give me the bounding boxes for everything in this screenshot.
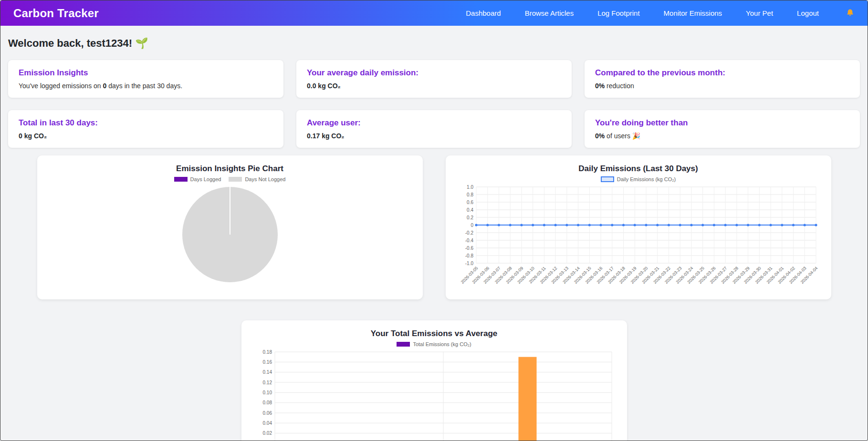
stat-card-title: Your average daily emission: (307, 68, 561, 78)
nav-log-footprint[interactable]: Log Footprint (597, 9, 639, 17)
svg-text:-0.8: -0.8 (465, 253, 473, 258)
svg-text:0.02: 0.02 (262, 431, 272, 436)
stat-text-suffix: of users 🎉 (605, 132, 640, 140)
notification-bell-icon[interactable] (846, 9, 855, 18)
brand-logo[interactable]: Carbon Tracker (13, 7, 99, 20)
stat-card-body: You've logged emissions on 0 days in the… (19, 82, 273, 90)
nav-browse-articles[interactable]: Browse Articles (525, 9, 574, 17)
pie-chart-legend: Days Logged Days Not Logged (49, 176, 411, 182)
stat-card-title: Average user: (307, 118, 561, 128)
svg-text:0: 0 (471, 223, 473, 228)
legend-swatch-total-emissions (397, 342, 410, 347)
bar-chart-legend: Total Emissions (kg CO₂) (253, 341, 616, 347)
legend-item-days-logged[interactable]: Days Logged (174, 176, 221, 182)
stat-card-title: You're doing better than (595, 118, 849, 128)
stat-text-suffix: reduction (605, 82, 634, 90)
svg-text:0.18: 0.18 (262, 349, 272, 355)
legend-swatch-days-not-logged (229, 177, 242, 182)
stat-value: 0.17 kg CO₂ (307, 132, 345, 140)
bar-chart-title: Your Total Emissions vs Average (253, 329, 616, 338)
welcome-heading: Welcome back, test1234! 🌱 (8, 37, 860, 50)
svg-text:1.0: 1.0 (467, 185, 473, 190)
legend-swatch-daily-emissions (601, 176, 614, 182)
svg-text:0.16: 0.16 (262, 359, 272, 365)
nav-dashboard[interactable]: Dashboard (466, 9, 501, 17)
line-chart-legend: Daily Emissions (kg CO₂) (457, 176, 820, 182)
stat-card-body: 0% reduction (595, 82, 849, 90)
svg-text:0.10: 0.10 (262, 390, 272, 395)
line-chart-canvas: 1.00.80.60.40.20-0.2-0.4-0.6-0.8-1.02026… (457, 184, 820, 288)
svg-text:0.12: 0.12 (262, 380, 272, 385)
svg-text:-0.4: -0.4 (465, 238, 473, 243)
bar-chart-canvas: 0.180.160.140.120.100.080.060.040.020 (253, 349, 616, 441)
svg-text:0.08: 0.08 (262, 400, 272, 405)
legend-label: Days Not Logged (245, 176, 285, 182)
stat-card-average-user: Average user: 0.17 kg CO₂ (296, 110, 572, 148)
bar-chart-card: Your Total Emissions vs Average Total Em… (241, 320, 627, 441)
legend-item-total-emissions[interactable]: Total Emissions (kg CO₂) (397, 341, 471, 347)
svg-text:0.06: 0.06 (262, 410, 272, 416)
stat-card-body: 0% of users 🎉 (595, 132, 849, 140)
nav-logout[interactable]: Logout (797, 9, 819, 17)
stat-card-title: Compared to the previous month: (595, 68, 849, 78)
stat-card-average-daily-emission: Your average daily emission: 0.0 kg CO₂ (296, 60, 572, 98)
svg-text:-0.2: -0.2 (465, 230, 473, 236)
stat-card-body: 0.17 kg CO₂ (307, 132, 561, 140)
stat-card-doing-better-than: You're doing better than 0% of users 🎉 (585, 110, 860, 148)
stat-card-title: Total in last 30 days: (19, 118, 273, 128)
pie-chart-card: Emission Insights Pie Chart Days Logged … (37, 155, 423, 299)
svg-text:0.14: 0.14 (262, 369, 272, 375)
nav-your-pet[interactable]: Your Pet (746, 9, 773, 17)
svg-text:-1.0: -1.0 (465, 261, 473, 266)
legend-label: Days Logged (190, 176, 221, 182)
stat-value: 0 kg CO₂ (19, 132, 47, 140)
stat-value: 0% (595, 82, 605, 90)
nav-links: Dashboard Browse Articles Log Footprint … (466, 9, 855, 18)
line-chart-title: Daily Emissions (Last 30 Days) (457, 164, 820, 174)
nav-monitor-emissions[interactable]: Monitor Emissions (664, 9, 722, 17)
stat-card-body: 0 kg CO₂ (19, 132, 273, 140)
bottom-row: Your Total Emissions vs Average Total Em… (8, 320, 860, 441)
line-chart-card: Daily Emissions (Last 30 Days) Daily Emi… (446, 155, 831, 299)
stat-card-emission-insights: Emission Insights You've logged emission… (8, 60, 283, 98)
svg-text:0.6: 0.6 (467, 200, 473, 205)
stat-text-prefix: You've logged emissions on (19, 82, 103, 90)
pie-chart-canvas (49, 184, 411, 285)
legend-swatch-days-logged (174, 177, 188, 182)
stat-text-suffix: days in the past 30 days. (106, 82, 182, 90)
legend-label: Daily Emissions (kg CO₂) (617, 176, 676, 182)
stat-card-compared-previous-month: Compared to the previous month: 0% reduc… (585, 60, 860, 98)
svg-text:0.04: 0.04 (262, 420, 272, 426)
legend-item-daily-emissions[interactable]: Daily Emissions (kg CO₂) (601, 176, 676, 182)
stat-card-title: Emission Insights (19, 68, 273, 78)
pie-chart-title: Emission Insights Pie Chart (49, 164, 411, 174)
navbar: Carbon Tracker Dashboard Browse Articles… (0, 0, 868, 26)
svg-text:-0.6: -0.6 (465, 246, 473, 251)
legend-item-days-not-logged[interactable]: Days Not Logged (229, 176, 285, 182)
stats-grid: Emission Insights You've logged emission… (8, 60, 860, 148)
main-content: Welcome back, test1234! 🌱 Emission Insig… (0, 37, 868, 441)
stat-card-total-last-30-days: Total in last 30 days: 0 kg CO₂ (8, 110, 283, 148)
stat-card-body: 0.0 kg CO₂ (307, 82, 561, 90)
charts-row: Emission Insights Pie Chart Days Logged … (8, 155, 860, 299)
stat-value: 0.0 kg CO₂ (307, 82, 341, 90)
stat-value: 0% (595, 132, 605, 140)
legend-label: Total Emissions (kg CO₂) (413, 341, 471, 347)
svg-text:0.8: 0.8 (467, 192, 473, 197)
svg-text:0.4: 0.4 (467, 207, 473, 213)
svg-text:0.2: 0.2 (467, 215, 473, 220)
